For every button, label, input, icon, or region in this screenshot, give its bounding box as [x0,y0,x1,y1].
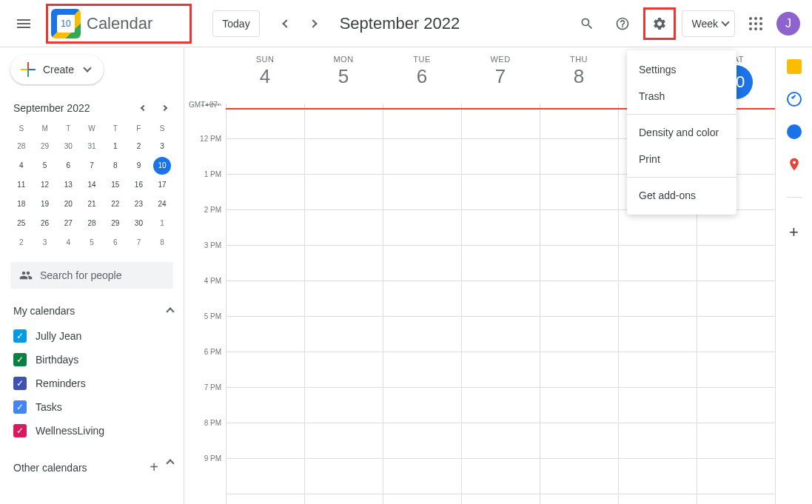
mini-day[interactable]: 7 [128,234,150,252]
mini-day[interactable]: 19 [34,195,56,213]
add-calendar-button[interactable]: + [150,459,158,476]
google-apps-button[interactable] [741,9,771,38]
mini-day[interactable]: 30 [128,215,150,232]
my-calendars-header[interactable]: My calendars [10,305,173,317]
mini-day[interactable]: 29 [104,215,127,232]
contacts-icon[interactable] [787,124,802,139]
mini-day[interactable]: 29 [34,138,56,155]
checkbox-icon[interactable]: ✓ [13,353,27,366]
mini-day[interactable]: 31 [81,138,103,155]
mini-day[interactable]: 15 [104,176,127,194]
mini-day[interactable]: 8 [104,157,127,175]
create-button[interactable]: Create [10,55,104,84]
mini-day[interactable]: 2 [10,234,33,252]
menu-item-settings[interactable]: Settings [627,56,736,83]
mini-day[interactable]: 25 [10,215,33,232]
calendar-item[interactable]: ✓Jully Jean [10,324,173,348]
next-week-button[interactable] [301,12,325,36]
mini-day[interactable]: 23 [128,195,150,213]
mini-day[interactable]: 20 [57,195,79,213]
mini-prev-button[interactable] [135,99,152,117]
mini-day[interactable]: 8 [151,234,173,252]
checkbox-icon[interactable]: ✓ [13,329,27,343]
day-column[interactable] [461,104,540,504]
hour-label: 1 PM [204,170,221,178]
mini-day[interactable]: 5 [34,157,56,175]
mini-next-button[interactable] [155,99,173,117]
main-menu-button[interactable] [6,6,41,41]
mini-day[interactable]: 18 [10,195,33,213]
mini-day[interactable]: 1 [151,215,173,232]
checkbox-icon[interactable]: ✓ [13,400,27,414]
mini-day[interactable]: 28 [10,138,33,155]
mini-day[interactable]: 14 [81,176,103,194]
menu-item-trash[interactable]: Trash [627,83,736,110]
menu-item-density-and-color[interactable]: Density and color [627,119,736,146]
add-addon-button[interactable]: + [789,223,799,242]
mini-day[interactable]: 5 [81,234,103,252]
mini-day[interactable]: 17 [151,176,173,194]
search-placeholder: Search for people [40,269,122,281]
calendar-item[interactable]: ✓Reminders [10,372,173,395]
search-button[interactable] [572,9,602,38]
view-selector[interactable]: Week [682,10,735,37]
mini-day[interactable]: 28 [81,215,103,232]
mini-day[interactable]: 11 [10,176,33,194]
calendar-item[interactable]: ✓Tasks [10,395,173,419]
day-header[interactable]: THU8 [540,47,618,104]
account-avatar[interactable]: J [776,12,800,36]
calendar-list: ✓Jully Jean✓Birthdays✓Reminders✓Tasks✓We… [10,324,173,443]
svg-point-0 [792,161,795,164]
hour-label: 8 PM [204,419,221,427]
mini-calendar[interactable]: SMTWTFS282930311234567891011121314151617… [10,121,173,252]
day-header[interactable]: MON5 [304,47,383,104]
mini-dow: F [128,121,150,136]
day-column[interactable] [383,104,461,504]
menu-item-print[interactable]: Print [627,146,736,172]
mini-day[interactable]: 4 [10,157,33,175]
prev-week-button[interactable] [275,12,298,36]
mini-day[interactable]: 24 [151,195,173,213]
mini-day[interactable]: 9 [128,157,150,175]
mini-calendar-nav [135,99,173,117]
mini-day[interactable]: 13 [57,176,79,194]
mini-day[interactable]: 7 [81,157,103,175]
mini-day[interactable]: 21 [81,195,103,213]
day-header[interactable]: TUE6 [383,47,461,104]
mini-day[interactable]: 12 [34,176,56,194]
day-column[interactable] [540,104,618,504]
hamburger-icon [17,19,30,28]
tasks-icon[interactable] [787,92,802,107]
today-button[interactable]: Today [212,10,259,37]
mini-day[interactable]: 6 [104,234,127,252]
mini-day[interactable]: 10 [153,157,171,175]
menu-item-get-add-ons[interactable]: Get add-ons [627,182,736,209]
mini-day[interactable]: 3 [151,138,173,155]
calendar-item[interactable]: ✓Birthdays [10,348,173,372]
calendar-item[interactable]: ✓WellnessLiving [10,419,173,443]
mini-day[interactable]: 30 [57,138,79,155]
collapse-icon[interactable] [166,459,174,467]
day-header[interactable]: SUN4 [226,47,304,104]
hour-label: 3 PM [204,241,221,249]
mini-day[interactable]: 27 [57,215,79,232]
settings-button[interactable] [647,11,672,36]
other-calendars-header[interactable]: Other calendars + [10,459,173,476]
mini-day[interactable]: 26 [34,215,56,232]
mini-day[interactable]: 16 [128,176,150,194]
mini-day[interactable]: 1 [104,138,127,155]
mini-day[interactable]: 2 [128,138,150,155]
maps-icon[interactable] [787,157,802,172]
day-column[interactable] [304,104,383,504]
checkbox-icon[interactable]: ✓ [13,377,27,390]
support-button[interactable] [608,9,637,38]
people-search[interactable]: Search for people [10,262,173,289]
checkbox-icon[interactable]: ✓ [13,424,27,437]
mini-day[interactable]: 4 [57,234,79,252]
day-column[interactable] [226,104,304,504]
mini-day[interactable]: 3 [34,234,56,252]
day-header[interactable]: WED7 [461,47,540,104]
keep-icon[interactable] [787,59,802,74]
mini-day[interactable]: 22 [104,195,127,213]
mini-day[interactable]: 6 [57,157,79,175]
